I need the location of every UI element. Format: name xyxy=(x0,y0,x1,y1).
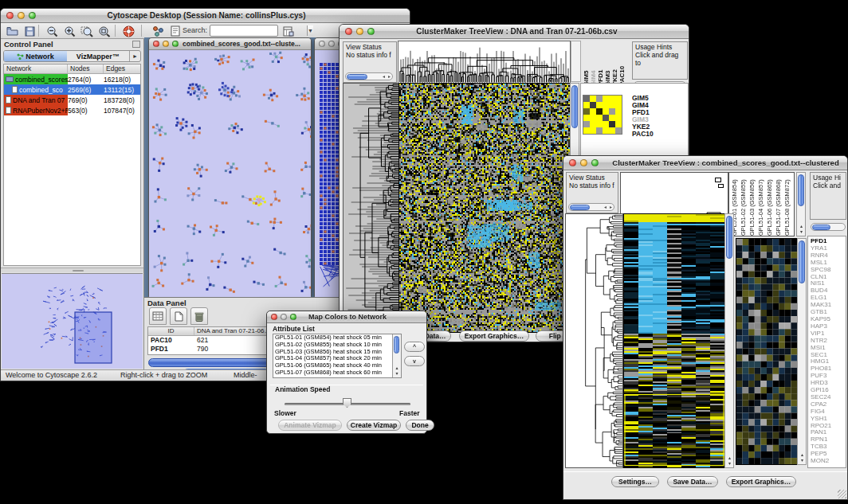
column-labels-panel: GPL51-01 (GSM854)GPL51-02 (GSM855)GPL51-… xyxy=(728,172,795,236)
global-mini-heatmap[interactable] xyxy=(583,95,622,135)
usage-hints-scrollbar[interactable] xyxy=(811,223,846,231)
row-dendrogram[interactable] xyxy=(565,213,623,468)
gene-label[interactable]: PAC10 xyxy=(632,131,672,138)
annotation-icon[interactable] xyxy=(168,24,183,38)
network-list: Network Nodes Edges combined_scores2764(… xyxy=(3,64,141,266)
import-network-icon[interactable] xyxy=(151,24,165,38)
attribute-list-scrollbar[interactable]: ▴▾ xyxy=(392,334,401,377)
zoom-icon[interactable] xyxy=(290,314,296,320)
tab-network[interactable]: Network xyxy=(4,51,67,61)
tab-overflow-arrow-icon[interactable]: ► xyxy=(129,51,140,61)
minimize-icon[interactable] xyxy=(18,12,25,19)
create-vizmap-button[interactable]: Create Vizmap xyxy=(347,420,401,431)
view-status-scrollbar[interactable]: ◂▸ xyxy=(345,72,393,80)
gene-label[interactable]: MON2 xyxy=(811,458,846,465)
attribute-list-item[interactable]: GPL51-07 (GSM868) heat shock 60 min xyxy=(273,369,401,377)
resize-grip[interactable] xyxy=(838,490,846,498)
zoom-selected-icon[interactable] xyxy=(80,24,94,38)
close-icon[interactable] xyxy=(569,159,576,166)
col-header-id[interactable]: ID xyxy=(148,327,194,335)
minimize-icon[interactable] xyxy=(328,41,335,47)
col-header-edges[interactable]: Edges xyxy=(104,64,140,73)
view-status-label: View Status xyxy=(346,43,394,51)
treeview-window-2: ClusterMaker TreeView : combined_scores_… xyxy=(563,155,848,500)
minimize-icon[interactable] xyxy=(281,314,287,320)
minimize-icon[interactable] xyxy=(163,41,169,47)
treeview2-titlebar[interactable]: ClusterMaker TreeView : combined_scores_… xyxy=(563,156,847,170)
network-view-titlebar[interactable]: combined_scores_good.txt--cluste... xyxy=(149,38,311,50)
attribute-list-label: Attribute List xyxy=(273,325,315,333)
network-nodes-count: 2764(0) xyxy=(68,76,104,84)
view-status-text: No status info f xyxy=(569,182,615,189)
tab-vizmapper[interactable]: VizMapper™ xyxy=(67,51,130,61)
slider-thumb[interactable] xyxy=(343,398,351,408)
network-overview-panel[interactable] xyxy=(2,273,143,369)
network-list-row[interactable]: combined_sco2569(6)13112(15) xyxy=(4,84,140,95)
panel-splitter[interactable] xyxy=(1,268,143,272)
main-titlebar[interactable]: Cytoscape Desktop (Session Name: collins… xyxy=(1,9,410,23)
col-header-nodes[interactable]: Nodes xyxy=(68,64,104,73)
view-status-scrollbar[interactable]: ◂▸ xyxy=(568,203,614,211)
heatmap-canvas[interactable] xyxy=(398,83,571,333)
save-icon[interactable] xyxy=(22,24,37,38)
network-list-row[interactable]: RNAPuberNov2+R563(0)107847(0) xyxy=(4,105,140,115)
slower-label: Slower xyxy=(274,409,296,417)
help-lifering-icon[interactable] xyxy=(121,24,135,38)
divider xyxy=(563,471,847,472)
move-up-button[interactable]: ^ xyxy=(404,342,425,352)
zoom-in-icon[interactable] xyxy=(62,24,77,38)
summary-vertical-scrollbar[interactable]: ▴▾ xyxy=(797,238,807,465)
control-panel-title: Control Panel xyxy=(1,39,143,49)
zoom-out-icon[interactable] xyxy=(45,24,59,38)
column-label: GPL51-02 (GSM855) xyxy=(740,173,748,236)
delete-attribute-trash-icon[interactable] xyxy=(190,307,208,325)
close-icon[interactable] xyxy=(345,28,352,35)
network-list-header: Network Nodes Edges xyxy=(4,64,140,74)
done-button[interactable]: Done xyxy=(406,420,434,431)
heatmap-canvas[interactable] xyxy=(623,213,725,468)
column-dendrogram[interactable] xyxy=(398,41,571,84)
open-folder-icon[interactable] xyxy=(5,24,19,38)
attribute-table-icon[interactable] xyxy=(149,307,167,325)
close-icon[interactable] xyxy=(271,314,277,320)
column-labels-scrollbar[interactable]: ▴▾ xyxy=(796,172,806,236)
float-panel-icon[interactable] xyxy=(132,41,140,48)
usage-hints-label: Usage Hints xyxy=(635,43,685,51)
column-label: GPL51-03 (GSM856) xyxy=(748,173,757,236)
zoom-fit-icon[interactable] xyxy=(97,24,112,38)
zoom-icon[interactable] xyxy=(172,41,179,47)
column-scrollbar-track[interactable] xyxy=(571,41,581,82)
network-list-row[interactable]: DNA and Tran 07769(0)183728(0) xyxy=(4,95,140,105)
export-graphics-button[interactable]: Export Graphics… xyxy=(726,476,796,487)
search-filter-icon[interactable] xyxy=(281,24,296,38)
column-label: PFD1 xyxy=(597,41,604,86)
zoom-icon[interactable] xyxy=(29,12,36,19)
network-graph-canvas[interactable] xyxy=(149,50,311,297)
export-graphics-button[interactable]: Export Graphics… xyxy=(459,330,529,342)
treeview1-titlebar[interactable]: ClusterMaker TreeView : DNA and Tran 07-… xyxy=(340,25,689,39)
dialog-titlebar[interactable]: Map Colors to Network xyxy=(267,311,426,323)
row-dendrogram[interactable] xyxy=(343,83,399,333)
minimize-icon[interactable] xyxy=(580,159,587,166)
network-list-row[interactable]: combined_scores2764(0)16218(0) xyxy=(4,74,140,84)
column-label: YKE2 xyxy=(611,41,618,86)
close-icon[interactable] xyxy=(6,12,14,19)
zoom-icon[interactable] xyxy=(367,28,375,35)
heatmap-vertical-scrollbar[interactable]: ▴▾ xyxy=(724,213,734,468)
save-data-button[interactable]: Save Data… xyxy=(667,476,718,487)
window-controls xyxy=(149,41,183,47)
network-view-title: combined_scores_good.txt--cluste... xyxy=(183,40,300,48)
chevron-down-icon[interactable]: ▼ xyxy=(307,25,313,36)
minimize-icon[interactable] xyxy=(356,28,363,35)
close-icon[interactable] xyxy=(319,41,325,47)
move-down-button[interactable]: v xyxy=(404,356,425,366)
col-header-network[interactable]: Network xyxy=(4,64,68,73)
settings-button[interactable]: Settings… xyxy=(611,476,659,487)
new-attribute-icon[interactable] xyxy=(170,307,187,325)
summary-mini-heatmap[interactable] xyxy=(736,238,798,465)
network-nodes-count: 769(0) xyxy=(68,96,104,104)
cell-id: PFD1 xyxy=(148,345,194,354)
zoom-icon[interactable] xyxy=(591,159,599,166)
close-icon[interactable] xyxy=(153,41,159,47)
network-overview-canvas[interactable] xyxy=(2,274,142,368)
